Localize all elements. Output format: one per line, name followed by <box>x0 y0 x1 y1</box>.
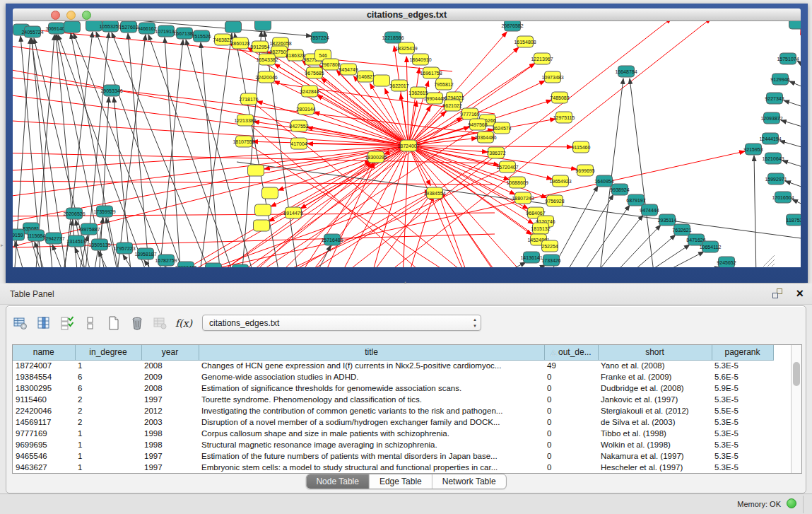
graph-node[interactable]: 3624574 <box>492 122 511 134</box>
graph-node[interactable]: 7463822 <box>213 34 232 45</box>
table-cell[interactable]: Estimation of significance thresholds fo… <box>199 382 544 394</box>
table-cell[interactable]: 5.6E-5 <box>712 371 773 382</box>
graph-node[interactable]: 18107552 <box>233 136 254 147</box>
graph-node[interactable]: 8912954 <box>250 41 269 52</box>
table-cell[interactable]: 18300295 <box>13 382 75 394</box>
tab-node-table[interactable]: Node Table <box>306 474 369 489</box>
graph-node[interactable]: 17359929 <box>93 206 115 217</box>
table-cell[interactable]: 2009 <box>141 371 199 382</box>
graph-node[interactable]: 9215953 <box>743 144 763 155</box>
graph-node[interactable]: 16154808 <box>514 36 536 47</box>
graph-node[interactable]: 1640954 <box>594 175 613 187</box>
graph-node[interactable] <box>248 165 264 176</box>
graph-node[interactable]: 16210643 <box>762 153 784 164</box>
graph-node[interactable]: 9938924 <box>610 184 629 195</box>
table-cell[interactable]: 18724007 <box>13 360 75 371</box>
table-cell[interactable]: 2 <box>75 416 141 428</box>
column-header-out_de[interactable]: △out_de... <box>544 345 598 360</box>
graph-node[interactable]: 118753 <box>787 214 801 226</box>
graph-node[interactable]: 9621022 <box>442 100 461 111</box>
graph-node[interactable]: 3622017 <box>389 80 408 91</box>
graph-node[interactable]: 9675685 <box>305 67 324 78</box>
column-header-title[interactable]: title <box>199 345 544 360</box>
table-cell[interactable]: 5.3E-5 <box>712 394 773 405</box>
graph-edge[interactable] <box>13 93 408 146</box>
graph-node[interactable]: 22420046 <box>255 71 277 83</box>
graph-node[interactable]: 8427552 <box>289 120 308 132</box>
select-rows-button[interactable] <box>57 314 77 332</box>
table-cell[interactable]: 0 <box>544 450 598 462</box>
table-cell[interactable]: 2012 <box>141 405 199 416</box>
graph-node[interactable]: 9115460 <box>572 141 591 153</box>
table-cell[interactable]: 1998 <box>141 428 199 439</box>
graph-edge[interactable] <box>654 252 704 267</box>
show-columns-button[interactable] <box>34 314 54 332</box>
network-window[interactable]: citations_edges.txt 16154808122139671097… <box>6 4 808 283</box>
graph-node[interactable]: 18724007 <box>397 140 419 151</box>
graph-edge[interactable] <box>409 101 416 140</box>
table-cell[interactable]: 0 <box>544 371 598 382</box>
table-cell[interactable]: 0 <box>544 405 598 416</box>
graph-node[interactable]: 9227343 <box>765 93 784 104</box>
graph-node[interactable]: 9497568 <box>468 119 487 130</box>
graph-node[interactable]: 13958187 <box>134 248 156 259</box>
graph-node[interactable]: 6914479 <box>283 207 302 218</box>
graph-edge[interactable] <box>314 112 403 144</box>
table-cell[interactable]: 6 <box>75 382 141 394</box>
graph-node[interactable]: 15720407 <box>496 161 518 173</box>
graph-edge[interactable] <box>186 40 254 267</box>
graph-edge[interactable] <box>625 235 676 267</box>
table-cell[interactable]: 1 <box>75 360 141 371</box>
graph-node[interactable]: 6879197 <box>626 194 645 206</box>
tab-network-table[interactable]: Network Table <box>432 474 506 489</box>
table-cell[interactable]: 1 <box>75 428 141 439</box>
graph-node[interactable]: 16543382 <box>256 54 278 65</box>
table-cell[interactable]: 14569117 <box>13 416 75 428</box>
network-graph[interactable]: 1615480812213967109734837485083129751151… <box>13 21 801 267</box>
table-cell[interactable]: 5.3E-5 <box>712 462 773 473</box>
graph-edge[interactable] <box>772 264 775 267</box>
graph-edge[interactable] <box>593 215 643 267</box>
graph-node[interactable]: 9146821 <box>355 71 375 82</box>
table-cell[interactable]: Stergiakouli et al. (2012) <box>598 405 712 416</box>
table-cell[interactable]: 6 <box>75 371 141 382</box>
table-mode-button[interactable] <box>11 314 30 332</box>
table-cell[interactable]: Genome-wide association studies in ADHD. <box>199 371 544 382</box>
graph-node[interactable]: 9245652 <box>717 257 736 267</box>
graph-node[interactable]: 1815132 <box>531 223 550 234</box>
graph-edge[interactable] <box>408 195 433 267</box>
table-cell[interactable]: Investigating the contribution of common… <box>199 405 544 416</box>
graph-node[interactable] <box>789 21 801 29</box>
graph-node[interactable]: 7386372 <box>486 147 505 158</box>
delete-column-button[interactable] <box>127 314 147 332</box>
graph-edge[interactable] <box>13 119 408 146</box>
graph-node[interactable] <box>206 263 222 267</box>
table-cell[interactable]: 49 <box>544 360 598 371</box>
graph-edge[interactable] <box>13 181 495 185</box>
graph-edge[interactable] <box>599 78 623 267</box>
table-scrollbar-thumb[interactable] <box>793 362 800 386</box>
graph-edge[interactable] <box>242 31 261 267</box>
graph-edge[interactable] <box>782 160 801 170</box>
table-cell[interactable]: 0 <box>544 462 598 473</box>
graph-edge[interactable] <box>201 42 220 267</box>
graph-node[interactable]: 9129946 <box>770 74 789 85</box>
graph-node[interactable]: 17016504 <box>772 192 794 203</box>
hide-panel-arrow-icon[interactable]: ▸ <box>1 243 4 248</box>
table-cell[interactable]: Tibbo et al. (1998) <box>598 428 712 439</box>
graph-node[interactable]: 20364486 <box>474 132 496 143</box>
table-cell[interactable]: Embryonic stem cells: a model to study s… <box>199 462 544 473</box>
graph-node[interactable]: 20876582 <box>501 21 523 31</box>
graph-node[interactable]: 19384554 <box>423 187 445 199</box>
table-cell[interactable]: 1997 <box>141 462 199 473</box>
table-cell[interactable]: Nakamura et al. (1997) <box>598 450 712 462</box>
graph-edge[interactable] <box>640 245 690 267</box>
column-header-name[interactable]: name <box>13 345 75 360</box>
graph-edge[interactable] <box>784 100 801 110</box>
table-cell[interactable]: 5.9E-5 <box>712 382 773 394</box>
row-height-button[interactable] <box>81 314 100 332</box>
table-row[interactable]: 946554611997Estimation of the future num… <box>13 450 773 462</box>
graph-edge[interactable] <box>495 262 526 267</box>
graph-node[interactable]: 16782759 <box>155 255 177 266</box>
table-cell[interactable]: 5.3E-5 <box>712 416 773 428</box>
